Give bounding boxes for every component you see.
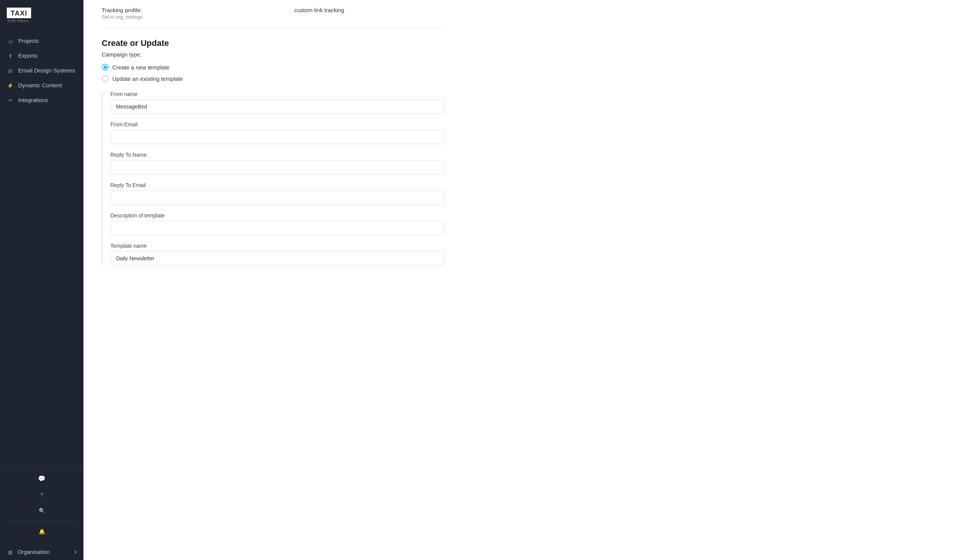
sidebar-item-label: Dynamic Content [18,82,62,88]
template-name-input[interactable] [110,251,445,266]
radio-item-new-template[interactable]: Create a new template [102,64,445,71]
sidebar: TAXI FOR EMAIL Projects Exports Email De… [0,0,83,560]
sidebar-item-organisation[interactable]: Organisation [0,544,83,560]
logo-subtitle: FOR EMAIL [7,19,77,23]
sidebar-item-dynamic-content[interactable]: Dynamic Content [0,78,83,93]
from-email-label: From Email [110,121,445,127]
radio-update-template[interactable] [102,75,109,82]
field-group-description: Description of template [110,212,445,235]
export-icon [7,52,14,59]
from-name-label: From name [110,91,445,97]
main-content: Tracking profile: Set in org_settings cu… [83,0,953,560]
tracking-sub: Set in org_settings [102,14,143,20]
logo-area: TAXI FOR EMAIL [0,0,83,32]
tracking-label: Tracking profile: [102,7,143,13]
field-group-reply-to-email: Reply To Email [110,182,445,205]
field-group-reply-to-name: Reply To Name [110,152,445,175]
from-name-input[interactable] [110,99,445,114]
field-group-from-email: From Email [110,121,445,144]
sidebar-item-label: Email Design Systems [18,67,75,74]
description-input[interactable] [110,221,445,235]
chat-icon [38,475,46,483]
folder-icon [7,38,14,44]
create-update-section: Create or Update Campaign type: Create a… [102,38,445,266]
design-icon [7,67,14,74]
question-icon [40,491,44,499]
sidebar-item-email-design-systems[interactable]: Email Design Systems [0,63,83,78]
radio-group-campaign-type: Create a new template Update an existing… [102,64,445,82]
logo: TAXI [7,8,31,18]
tracking-value: custom link tracking [294,7,344,13]
bell-button[interactable] [0,523,83,539]
reply-to-email-input[interactable] [110,190,445,205]
field-group-from-name: From name [110,91,445,114]
tracking-profile-info: Tracking profile: Set in org_settings [102,7,143,20]
dynamic-icon [7,82,14,88]
radio-label-new-template: Create a new template [112,64,170,71]
help-button[interactable] [0,486,83,502]
form-section: From name From Email Reply To Name Reply… [102,91,445,266]
tracking-profile-row: Tracking profile: Set in org_settings cu… [102,0,445,27]
section-title: Create or Update [102,38,445,48]
section-divider [102,27,445,28]
template-name-label: Template name [110,243,445,249]
from-email-input[interactable] [110,130,445,144]
radio-item-update-template[interactable]: Update an existing template [102,75,445,82]
search-icon [39,507,45,514]
sidebar-item-integrations[interactable]: Integrations [0,93,83,107]
chat-button[interactable] [0,470,83,486]
sidebar-bottom [0,466,83,544]
org-label: Organisation [17,549,50,555]
integrations-icon [7,97,14,103]
chevron-right-icon [74,548,77,556]
radio-label-update-template: Update an existing template [112,76,183,82]
sidebar-item-label: Projects [18,38,39,44]
field-group-template-name: Template name [110,243,445,266]
sidebar-item-label: Exports [18,52,38,59]
content-area: Tracking profile: Set in org_settings cu… [83,0,463,266]
nav-menu: Projects Exports Email Design Systems Dy… [0,32,83,466]
reply-to-name-input[interactable] [110,160,445,175]
radio-new-template[interactable] [102,64,109,71]
sidebar-item-label: Integrations [18,97,48,103]
reply-to-email-label: Reply To Email [110,182,445,188]
sidebar-item-projects[interactable]: Projects [0,33,83,48]
org-icon [7,549,14,555]
campaign-type-label: Campaign type: [102,51,445,58]
reply-to-name-label: Reply To Name [110,152,445,158]
sidebar-item-exports[interactable]: Exports [0,48,83,63]
description-label: Description of template [110,212,445,219]
bell-icon [39,527,45,535]
sidebar-divider [7,521,77,521]
search-button[interactable] [0,502,83,518]
